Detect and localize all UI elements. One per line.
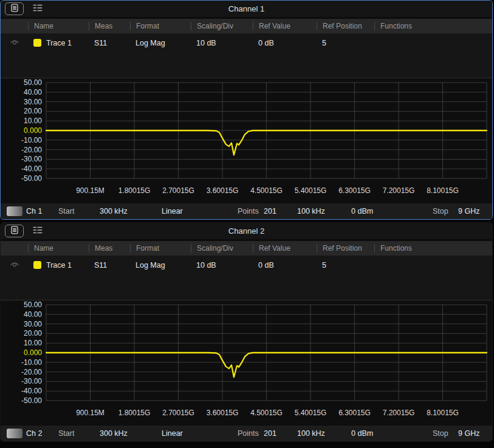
svg-text:7.20015G: 7.20015G xyxy=(383,186,415,195)
channel-1-toolbar: Channel 1 xyxy=(1,1,492,17)
svg-text:10.00: 10.00 xyxy=(24,339,42,347)
document-lines-icon xyxy=(10,225,19,237)
channel-color-swatch xyxy=(7,206,22,216)
points-label: Points xyxy=(238,426,259,441)
start-label: Start xyxy=(58,426,74,441)
stop-label: Stop xyxy=(433,203,448,219)
svg-text:900.15M: 900.15M xyxy=(76,409,105,417)
trace-list-button[interactable] xyxy=(28,225,47,237)
svg-text:3.60015G: 3.60015G xyxy=(207,409,239,417)
trace-properties-button[interactable] xyxy=(5,2,24,15)
svg-text:3.60015G: 3.60015G xyxy=(207,186,239,195)
ref-value-column-header: Ref Value xyxy=(253,244,317,253)
channel-title: Channel 1 xyxy=(1,1,492,17)
meas-column-header: Meas xyxy=(89,22,130,30)
svg-text:-40.00: -40.00 xyxy=(21,165,42,173)
trace-name: Trace 1 xyxy=(46,261,72,270)
trace-meas: S11 xyxy=(89,39,130,47)
svg-text:-10.00: -10.00 xyxy=(21,136,42,144)
trace-format: Log Mag xyxy=(130,261,191,270)
svg-text:4.50015G: 4.50015G xyxy=(250,409,283,417)
svg-text:-10.00: -10.00 xyxy=(21,358,42,367)
trace-format: Log Mag xyxy=(130,39,191,47)
channel-label: Ch 2 xyxy=(26,426,42,441)
trace-table-header: Name Meas Format Scaling/Div Ref Value R… xyxy=(1,241,492,256)
visibility-eye-icon[interactable] xyxy=(9,258,21,272)
trace-list-button[interactable] xyxy=(28,2,47,15)
svg-text:-20.00: -20.00 xyxy=(21,146,42,154)
svg-text:40.00: 40.00 xyxy=(24,310,42,319)
trace-ref-position: 5 xyxy=(317,39,374,47)
channel-label: Ch 1 xyxy=(26,203,42,219)
ref-position-column-header: Ref Position xyxy=(317,244,374,253)
name-column-header: Name xyxy=(28,22,89,30)
trace-scaling: 10 dB xyxy=(191,39,253,47)
svg-text:-40.00: -40.00 xyxy=(21,387,42,395)
if-bandwidth: 100 kHz xyxy=(297,203,325,219)
ref-value-column-header: Ref Value xyxy=(253,22,317,30)
svg-text:-50.00: -50.00 xyxy=(21,396,42,405)
channel-1-panel[interactable]: Channel 1 Name Meas Format Scaling/Div R… xyxy=(0,0,493,220)
channel-2-toolbar: Channel 2 xyxy=(1,223,492,239)
start-label: Start xyxy=(58,203,74,219)
trace-properties-button[interactable] xyxy=(5,225,24,237)
svg-text:8.10015G: 8.10015G xyxy=(427,409,459,417)
svg-text:-30.00: -30.00 xyxy=(21,155,42,163)
visibility-column-header xyxy=(1,22,28,30)
sweep-type: Linear xyxy=(162,426,183,441)
start-frequency: 300 kHz xyxy=(100,203,128,219)
svg-text:40.00: 40.00 xyxy=(24,88,42,97)
sweep-type: Linear xyxy=(162,203,183,219)
trace-meas: S11 xyxy=(89,261,130,270)
trace-ref-position: 5 xyxy=(317,261,374,270)
svg-text:-30.00: -30.00 xyxy=(21,377,42,385)
svg-text:6.30015G: 6.30015G xyxy=(338,186,371,195)
svg-text:50.00: 50.00 xyxy=(24,78,42,87)
svg-text:30.00: 30.00 xyxy=(24,98,42,106)
trace-row[interactable]: Trace 1 S11 Log Mag 10 dB 0 dB 5 xyxy=(1,33,492,52)
channel-2-panel[interactable]: Channel 2 Name Meas Format Scaling/Div R… xyxy=(0,222,493,442)
source-power: 0 dBm xyxy=(351,203,373,219)
functions-column-header: Functions xyxy=(374,22,492,30)
points-label: Points xyxy=(238,203,259,219)
trace-table: Name Meas Format Scaling/Div Ref Value R… xyxy=(1,19,492,78)
functions-column-header: Functions xyxy=(374,244,492,253)
visibility-eye-icon[interactable] xyxy=(9,36,21,50)
svg-text:-20.00: -20.00 xyxy=(21,368,42,376)
svg-text:0.000: 0.000 xyxy=(24,126,42,135)
trace-ref-value: 0 dB xyxy=(253,261,317,270)
svg-text:2.70015G: 2.70015G xyxy=(162,409,194,417)
svg-text:20.00: 20.00 xyxy=(24,107,42,115)
channel-title: Channel 2 xyxy=(1,223,492,239)
trace-table: Name Meas Format Scaling/Div Ref Value R… xyxy=(1,241,492,300)
channel-color-swatch xyxy=(7,429,22,438)
svg-text:4.50015G: 4.50015G xyxy=(250,186,283,195)
svg-text:-50.00: -50.00 xyxy=(21,174,42,183)
name-column-header: Name xyxy=(28,244,89,253)
channel-status-bar[interactable]: Ch 1 Start 300 kHz Linear Points 201 100… xyxy=(1,203,492,219)
format-column-header: Format xyxy=(130,244,191,253)
scaling-column-header: Scaling/Div xyxy=(191,22,253,30)
stop-frequency: 9 GHz xyxy=(458,203,479,219)
ref-position-column-header: Ref Position xyxy=(317,22,374,30)
channel-status-bar[interactable]: Ch 2 Start 300 kHz Linear Points 201 100… xyxy=(1,426,492,441)
s11-log-mag-plot[interactable]: 50.0040.0030.0020.0010.000.000-10.00-20.… xyxy=(1,78,492,203)
svg-text:7.20015G: 7.20015G xyxy=(383,409,415,417)
trace-row[interactable]: Trace 1 S11 Log Mag 10 dB 0 dB 5 xyxy=(1,256,492,274)
trace-name: Trace 1 xyxy=(46,39,72,47)
s11-log-mag-plot[interactable]: 50.0040.0030.0020.0010.000.000-10.00-20.… xyxy=(1,300,492,425)
list-icon xyxy=(32,225,43,237)
scaling-column-header: Scaling/Div xyxy=(191,244,253,253)
document-lines-icon xyxy=(10,3,19,15)
source-power: 0 dBm xyxy=(351,426,373,441)
svg-text:1.80015G: 1.80015G xyxy=(118,409,151,417)
svg-text:6.30015G: 6.30015G xyxy=(338,409,371,417)
svg-text:5.40015G: 5.40015G xyxy=(295,409,327,417)
visibility-column-header xyxy=(1,244,28,253)
svg-text:1.80015G: 1.80015G xyxy=(118,186,151,195)
start-frequency: 300 kHz xyxy=(100,426,128,441)
points-value: 201 xyxy=(264,203,276,219)
svg-text:8.10015G: 8.10015G xyxy=(427,186,459,195)
list-icon xyxy=(32,2,43,15)
svg-text:2.70015G: 2.70015G xyxy=(162,186,194,195)
